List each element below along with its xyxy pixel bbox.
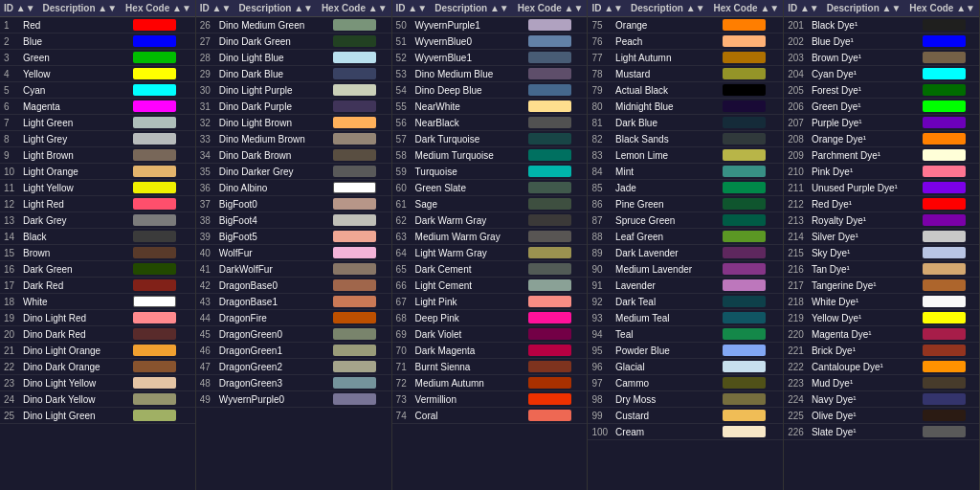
table-row[interactable]: 19Dino Light Red xyxy=(0,310,195,326)
table-row[interactable]: 64Light Warm Gray xyxy=(392,245,588,261)
table-row[interactable]: 35Dino Darker Grey xyxy=(196,164,391,180)
table-row[interactable]: 40WolfFur xyxy=(196,245,391,261)
col-header-description[interactable]: Description ▲▼ xyxy=(431,0,514,17)
col-header-hex[interactable]: Hex Code ▲▼ xyxy=(709,0,783,17)
table-row[interactable]: 10Light Orange xyxy=(0,164,195,180)
table-row[interactable]: 76Peach xyxy=(588,33,783,50)
table-row[interactable]: 59Turquoise xyxy=(392,164,588,180)
table-row[interactable]: 51WyvernBlue0 xyxy=(392,33,588,50)
table-row[interactable]: 73Vermillion xyxy=(392,391,588,408)
table-row[interactable]: 222Cantaloupe Dye¹ xyxy=(784,359,979,375)
table-row[interactable]: 26Dino Medium Green xyxy=(196,17,391,33)
table-row[interactable]: 6Magenta xyxy=(0,99,195,115)
table-row[interactable]: 72Medium Autumn xyxy=(392,375,588,391)
table-row[interactable]: 56NearBlack xyxy=(392,115,588,131)
table-row[interactable]: 216Tan Dye¹ xyxy=(784,261,979,278)
table-row[interactable]: 217Tangerine Dye¹ xyxy=(784,278,979,294)
table-row[interactable]: 211Unused Purple Dye¹ xyxy=(784,180,979,196)
table-row[interactable]: 212Red Dye¹ xyxy=(784,196,979,212)
table-row[interactable]: 15Brown xyxy=(0,245,195,261)
table-row[interactable]: 9Light Brown xyxy=(0,147,195,164)
table-row[interactable]: 89Dark Lavender xyxy=(588,245,783,261)
table-row[interactable]: 95Powder Blue xyxy=(588,343,783,359)
table-row[interactable]: 17Dark Red xyxy=(0,278,195,294)
table-row[interactable]: 38BigFoot4 xyxy=(196,212,391,229)
table-row[interactable]: 69Dark Violet xyxy=(392,326,588,343)
table-row[interactable]: 82Black Sands xyxy=(588,131,783,147)
col-header-hex[interactable]: Hex Code ▲▼ xyxy=(318,0,391,17)
col-header-id[interactable]: ID ▲▼ xyxy=(784,0,823,17)
table-row[interactable]: 202Blue Dye¹ xyxy=(784,33,979,50)
table-row[interactable]: 14Black xyxy=(0,229,195,245)
table-row[interactable]: 12Light Red xyxy=(0,196,195,212)
table-row[interactable]: 2Blue xyxy=(0,33,195,50)
table-row[interactable]: 37BigFoot0 xyxy=(196,196,391,212)
table-row[interactable]: 27Dino Dark Green xyxy=(196,33,391,50)
table-row[interactable]: 50WyvernPurple1 xyxy=(392,17,588,33)
col-header-hex[interactable]: Hex Code ▲▼ xyxy=(514,0,588,17)
table-row[interactable]: 48DragonGreen3 xyxy=(196,375,391,391)
table-row[interactable]: 13Dark Grey xyxy=(0,212,195,229)
table-row[interactable]: 68Deep Pink xyxy=(392,310,588,326)
table-row[interactable]: 46DragonGreen1 xyxy=(196,343,391,359)
table-row[interactable]: 97Cammo xyxy=(588,375,783,391)
table-row[interactable]: 62Dark Warm Gray xyxy=(392,212,588,229)
col-header-description[interactable]: Description ▲▼ xyxy=(234,0,318,17)
table-row[interactable]: 4Yellow xyxy=(0,66,195,82)
table-row[interactable]: 45DragonGreen0 xyxy=(196,326,391,343)
table-row[interactable]: 7Light Green xyxy=(0,115,195,131)
table-row[interactable]: 53Dino Medium Blue xyxy=(392,66,588,82)
table-row[interactable]: 213Royalty Dye¹ xyxy=(784,212,979,229)
table-row[interactable]: 77Light Autumn xyxy=(588,50,783,66)
table-row[interactable]: 8Light Grey xyxy=(0,131,195,147)
table-row[interactable]: 29Dino Dark Blue xyxy=(196,66,391,82)
table-row[interactable]: 78Mustard xyxy=(588,66,783,82)
table-row[interactable]: 220Magenta Dye¹ xyxy=(784,326,979,343)
table-row[interactable]: 203Brown Dye¹ xyxy=(784,50,979,66)
table-row[interactable]: 80Midnight Blue xyxy=(588,99,783,115)
col-header-id[interactable]: ID ▲▼ xyxy=(0,0,39,17)
table-row[interactable]: 96Glacial xyxy=(588,359,783,375)
table-row[interactable]: 93Medium Teal xyxy=(588,310,783,326)
table-row[interactable]: 60Green Slate xyxy=(392,180,588,196)
table-row[interactable]: 83Lemon Lime xyxy=(588,147,783,164)
table-row[interactable]: 54Dino Deep Blue xyxy=(392,82,588,99)
table-row[interactable]: 209Parchment Dye¹ xyxy=(784,147,979,164)
table-row[interactable]: 84Mint xyxy=(588,164,783,180)
table-row[interactable]: 67Light Pink xyxy=(392,294,588,310)
table-row[interactable]: 20Dino Dark Red xyxy=(0,326,195,343)
table-row[interactable]: 225Olive Dye¹ xyxy=(784,408,979,424)
table-row[interactable]: 65Dark Cement xyxy=(392,261,588,278)
table-row[interactable]: 39BigFoot5 xyxy=(196,229,391,245)
table-row[interactable]: 1Red xyxy=(0,17,195,33)
col-header-description[interactable]: Description ▲▼ xyxy=(627,0,710,17)
table-row[interactable]: 81Dark Blue xyxy=(588,115,783,131)
table-row[interactable]: 218White Dye¹ xyxy=(784,294,979,310)
table-row[interactable]: 94Teal xyxy=(588,326,783,343)
table-row[interactable]: 24Dino Dark Yellow xyxy=(0,391,195,408)
table-row[interactable]: 74Coral xyxy=(392,408,588,424)
table-row[interactable]: 57Dark Turquoise xyxy=(392,131,588,147)
table-row[interactable]: 70Dark Magenta xyxy=(392,343,588,359)
table-row[interactable]: 43DragonBase1 xyxy=(196,294,391,310)
table-row[interactable]: 92Dark Teal xyxy=(588,294,783,310)
table-row[interactable]: 32Dino Light Brown xyxy=(196,115,391,131)
table-row[interactable]: 98Dry Moss xyxy=(588,391,783,408)
table-row[interactable]: 100Cream xyxy=(588,424,783,440)
table-row[interactable]: 224Navy Dye¹ xyxy=(784,391,979,408)
table-row[interactable]: 30Dino Light Purple xyxy=(196,82,391,99)
table-row[interactable]: 3Green xyxy=(0,50,195,66)
table-row[interactable]: 55NearWhite xyxy=(392,99,588,115)
table-row[interactable]: 63Medium Warm Gray xyxy=(392,229,588,245)
col-header-hex[interactable]: Hex Code ▲▼ xyxy=(122,0,195,17)
table-row[interactable]: 91Lavender xyxy=(588,278,783,294)
table-row[interactable]: 221Brick Dye¹ xyxy=(784,343,979,359)
table-row[interactable]: 34Dino Dark Brown xyxy=(196,147,391,164)
col-header-hex[interactable]: Hex Code ▲▼ xyxy=(905,0,979,17)
table-row[interactable]: 47DragonGreen2 xyxy=(196,359,391,375)
table-row[interactable]: 99Custard xyxy=(588,408,783,424)
table-row[interactable]: 85Jade xyxy=(588,180,783,196)
table-row[interactable]: 16Dark Green xyxy=(0,261,195,278)
table-row[interactable]: 33Dino Medium Brown xyxy=(196,131,391,147)
table-row[interactable]: 204Cyan Dye¹ xyxy=(784,66,979,82)
